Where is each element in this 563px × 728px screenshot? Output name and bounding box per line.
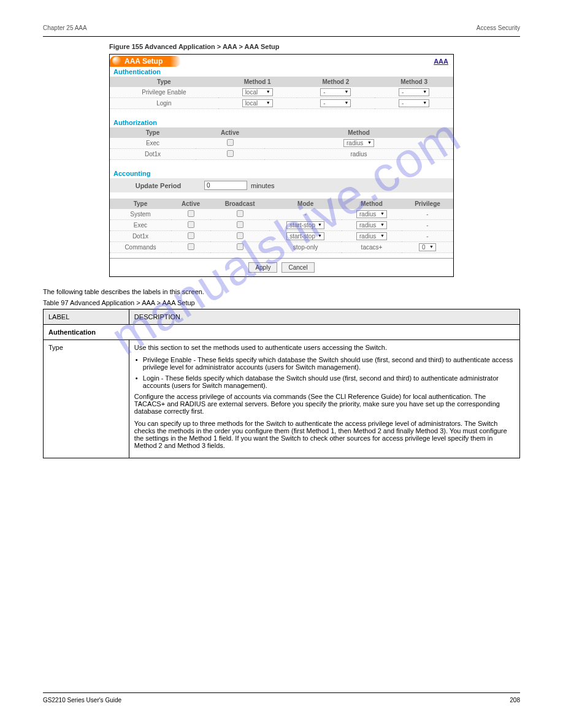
acct-exec-broadcast[interactable] (237, 221, 243, 228)
footer-left: GS2210 Series User's Guide (43, 697, 121, 703)
acct-commands-priv[interactable]: 0 (419, 243, 436, 251)
acct-system-method[interactable]: radius (356, 210, 387, 218)
doc-desc-type: Use this section to set the methods used… (129, 340, 519, 458)
aaa-setup-badge: AAA Setup (110, 56, 181, 67)
acct-exec-method[interactable]: radius (356, 221, 387, 229)
authz-exec-active[interactable] (227, 139, 234, 146)
col-method1: Method 1 (218, 77, 297, 87)
acct-row-label: Dot1x (110, 231, 171, 242)
footer-rule (43, 692, 520, 693)
col-active: Active (196, 127, 264, 138)
acct-system-mode: - (269, 209, 342, 220)
acct-row-label: System (110, 209, 171, 220)
auth-login-method2[interactable]: - (320, 99, 351, 107)
update-period-unit: minutes (251, 182, 275, 189)
doc-para: Configure the access privilege of accoun… (134, 393, 515, 415)
cancel-button[interactable]: Cancel (282, 262, 314, 273)
authz-row-label: Exec (110, 138, 196, 149)
accounting-title: Accounting (110, 169, 453, 178)
acct-exec-priv: - (402, 220, 453, 231)
doc-para: Use this section to set the methods used… (134, 344, 515, 351)
col-privilege: Privilege (402, 199, 453, 209)
acct-dot1x-method[interactable]: radius (356, 232, 387, 240)
acct-system-priv: - (402, 209, 453, 220)
col-method3: Method 3 (375, 77, 453, 87)
doc-col-label: LABEL (44, 309, 129, 325)
table-intro: The following table describes the labels… (43, 288, 520, 295)
doc-label-type: Type (44, 340, 129, 458)
acct-system-broadcast[interactable] (237, 210, 243, 217)
apply-button[interactable]: Apply (248, 262, 277, 273)
col-type: Type (110, 199, 171, 209)
acct-dot1x-mode[interactable]: start-stop (286, 232, 324, 240)
aaa-screenshot: AAA Setup AAA Authentication Type Method… (109, 54, 454, 277)
acct-system-active[interactable] (188, 210, 194, 217)
authz-dot1x-active[interactable] (227, 150, 234, 157)
auth-login-method3[interactable]: - (399, 99, 429, 107)
acct-dot1x-active[interactable] (188, 232, 194, 239)
col-method: Method (264, 127, 453, 138)
authz-dot1x-method: radius (264, 149, 453, 160)
aaa-link[interactable]: AAA (434, 58, 448, 65)
section-label: Access Security (477, 25, 520, 31)
col-type: Type (110, 77, 218, 87)
doc-bullet: Login - These fields specify which datab… (134, 374, 515, 389)
auth-row-label: Privilege Enable (110, 87, 218, 98)
auth-row-label: Login (110, 98, 218, 109)
table-title: Table 97 Advanced Application > AAA > AA… (43, 299, 520, 306)
acct-commands-mode: stop-only (269, 242, 342, 253)
update-period-row: Update Period 0 minutes (110, 178, 453, 192)
auth-login-method1[interactable]: local (242, 99, 273, 107)
update-period-input[interactable]: 0 (204, 181, 247, 190)
col-method2: Method 2 (297, 77, 375, 87)
col-type: Type (110, 127, 196, 138)
figure-title: Figure 155 Advanced Application > AAA > … (109, 43, 520, 50)
auth-priv-method3[interactable]: - (399, 88, 429, 96)
doc-para: You can specify up to three methods for … (134, 420, 515, 449)
button-row: Apply Cancel (110, 258, 453, 276)
acct-commands-broadcast[interactable] (237, 243, 243, 250)
acct-row-label: Exec (110, 220, 171, 231)
authz-row-label: Dot1x (110, 149, 196, 160)
authz-exec-method[interactable]: radius (343, 139, 374, 147)
header-rule (43, 36, 520, 37)
auth-priv-method1[interactable]: local (242, 88, 273, 96)
auth-priv-method2[interactable]: - (320, 88, 351, 96)
footer-right: 208 (510, 697, 520, 703)
col-broadcast: Broadcast (210, 199, 269, 209)
acct-dot1x-broadcast[interactable] (237, 232, 243, 239)
authentication-table: Type Method 1 Method 2 Method 3 Privileg… (110, 77, 453, 109)
acct-row-label: Commands (110, 242, 171, 253)
authentication-title: Authentication (110, 67, 453, 77)
update-period-label: Update Period (112, 182, 204, 189)
col-mode: Mode (269, 199, 342, 209)
authorization-table: Type Active Method Exec radius Dot1x rad… (110, 127, 453, 160)
doc-col-desc: DESCRIPTION (129, 309, 519, 325)
doc-bullet: Privilege Enable - These fields specify … (134, 356, 515, 371)
acct-dot1x-priv: - (402, 231, 453, 242)
doc-section-auth: Authentication (44, 325, 520, 340)
acct-commands-active[interactable] (188, 243, 194, 250)
acct-commands-method: tacacs+ (342, 242, 402, 253)
authorization-title: Authorization (110, 118, 453, 127)
chapter-label: Chapter 25 AAA (43, 25, 87, 31)
accounting-table: Type Active Broadcast Mode Method Privil… (110, 199, 453, 253)
col-method: Method (342, 199, 402, 209)
description-table: LABEL DESCRIPTION Authentication Type Us… (43, 309, 520, 458)
acct-exec-mode[interactable]: start-stop (286, 221, 324, 229)
col-active: Active (171, 199, 210, 209)
acct-exec-active[interactable] (188, 221, 194, 228)
